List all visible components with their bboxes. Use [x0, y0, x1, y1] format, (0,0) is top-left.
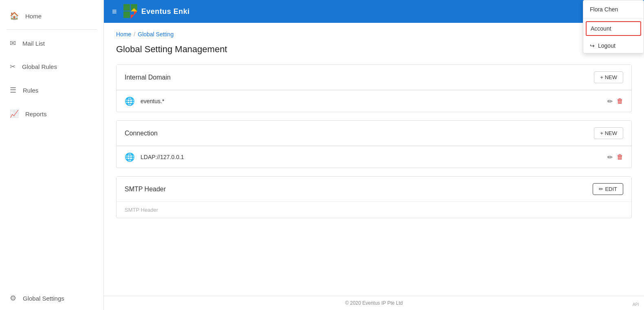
smtp-header-edit-button[interactable]: ✏ EDIT [593, 183, 623, 195]
reports-icon: 📈 [10, 109, 19, 118]
smtp-header-header: SMTP Header ✏ EDIT [116, 177, 631, 202]
svg-marker-3 [131, 11, 137, 19]
dropdown-username: Flora Chen [583, 0, 644, 19]
navbar: ≡ Eventus Enki Flora Chen [104, 0, 644, 23]
internal-domain-new-button[interactable]: + NEW [594, 71, 623, 83]
logout-icon: ↪ [590, 42, 595, 49]
brand-logo [123, 4, 138, 19]
domain-globe-icon: 🌐 [125, 96, 135, 106]
sidebar-item-global-rules[interactable]: ✂ Global Rules [0, 55, 103, 78]
breadcrumb-separator: / [134, 31, 135, 38]
sidebar-item-home[interactable]: 🏠 Home [0, 4, 103, 28]
sidebar-item-mail-label: Mail List [22, 40, 45, 47]
connection-row-text: LDAP://127.0.0.1 [141, 154, 602, 160]
breadcrumb: Home / Global Setting [116, 31, 632, 38]
hamburger-button[interactable]: ≡ [112, 7, 117, 16]
svg-rect-2 [123, 11, 130, 18]
mail-icon: ✉ [10, 39, 16, 48]
footer: © 2020 Eventus IP Pte Ltd API [104, 296, 644, 310]
content-area: Home / Global Setting Global Setting Man… [104, 23, 644, 296]
connection-section: Connection + NEW 🌐 LDAP://127.0.0.1 ✏ 🗑 [116, 120, 632, 168]
settings-icon: ⚙ [10, 294, 16, 303]
brand-name: Eventus Enki [141, 7, 190, 16]
sidebar: 🏠 Home ✉ Mail List ✂ Global Rules ☰ Rule… [0, 0, 104, 310]
user-dropdown: Flora Chen Account ↪ Logout [583, 0, 644, 53]
logout-label: Logout [598, 42, 615, 49]
connection-edit-icon[interactable]: ✏ [607, 153, 613, 161]
connection-row-actions: ✏ 🗑 [607, 153, 623, 161]
account-label: Account [591, 25, 611, 32]
sidebar-item-rules[interactable]: ☰ Rules [0, 78, 103, 102]
breadcrumb-current[interactable]: Global Setting [138, 31, 174, 38]
edit-pencil-icon: ✏ [599, 186, 603, 192]
sidebar-item-global-rules-label: Global Rules [22, 63, 57, 70]
brand: Eventus Enki [123, 4, 190, 19]
main-area: ≡ Eventus Enki Flora Chen Home / Global … [104, 0, 644, 310]
internal-domain-row-0: 🌐 eventus.* ✏ 🗑 [116, 90, 631, 112]
sidebar-item-reports[interactable]: 📈 Reports [0, 102, 103, 126]
rules-icon: ☰ [10, 86, 16, 95]
footer-copyright: © 2020 Eventus IP Pte Ltd [345, 300, 402, 306]
connection-delete-icon[interactable]: 🗑 [617, 153, 623, 161]
connection-header: Connection + NEW [116, 121, 631, 146]
connection-title: Connection [125, 130, 158, 137]
internal-domain-section: Internal Domain + NEW 🌐 eventus.* ✏ 🗑 [116, 64, 632, 112]
footer-api-label: API [633, 302, 639, 307]
sidebar-item-rules-label: Rules [23, 87, 38, 94]
page-title: Global Setting Management [116, 44, 632, 55]
connection-new-button[interactable]: + NEW [594, 127, 623, 139]
domain-row-text: eventus.* [141, 98, 602, 104]
sidebar-item-home-label: Home [25, 13, 42, 20]
sidebar-item-global-settings[interactable]: ⚙ Global Settings [0, 286, 103, 310]
internal-domain-header: Internal Domain + NEW [116, 65, 631, 90]
home-icon: 🏠 [10, 11, 19, 20]
dropdown-logout-item[interactable]: ↪ Logout [583, 38, 644, 53]
sidebar-spacer [0, 126, 103, 286]
sidebar-item-reports-label: Reports [25, 111, 47, 117]
smtp-header-preview: SMTP Header [116, 202, 631, 218]
edit-label: EDIT [605, 186, 617, 192]
internal-domain-title: Internal Domain [125, 74, 171, 81]
connection-globe-icon: 🌐 [125, 152, 135, 162]
connection-row-0: 🌐 LDAP://127.0.0.1 ✏ 🗑 [116, 146, 631, 168]
sidebar-item-global-settings-label: Global Settings [23, 295, 64, 302]
svg-rect-0 [123, 4, 130, 11]
dropdown-account-item[interactable]: Account [586, 21, 641, 36]
domain-delete-icon[interactable]: 🗑 [617, 97, 623, 105]
smtp-header-section: SMTP Header ✏ EDIT SMTP Header [116, 176, 632, 218]
domain-edit-icon[interactable]: ✏ [607, 97, 613, 105]
sidebar-divider-1 [7, 29, 97, 30]
sidebar-item-mail-list[interactable]: ✉ Mail List [0, 31, 103, 55]
global-rules-icon: ✂ [10, 62, 15, 71]
smtp-header-title: SMTP Header [125, 186, 166, 193]
breadcrumb-home[interactable]: Home [116, 31, 131, 38]
domain-row-actions: ✏ 🗑 [607, 97, 623, 105]
